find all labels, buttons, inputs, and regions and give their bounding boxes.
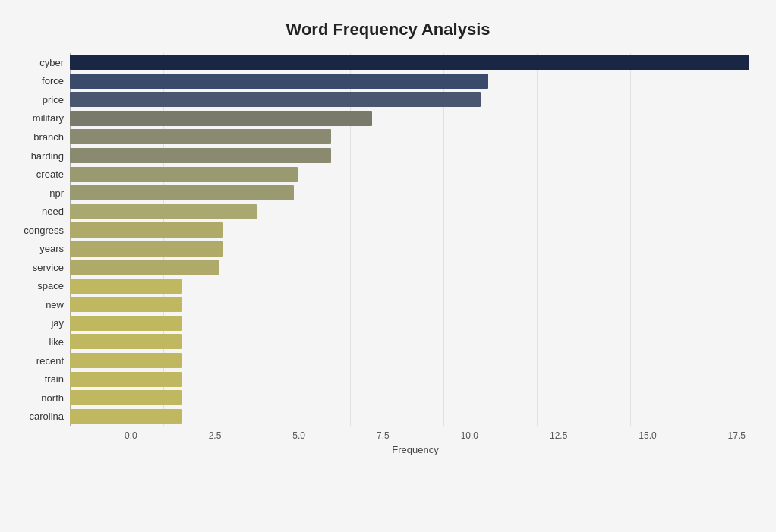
y-label: force — [42, 72, 64, 91]
bar — [70, 92, 481, 107]
bar — [70, 74, 488, 89]
bar-row — [70, 184, 761, 203]
bar-row — [70, 389, 761, 408]
bar — [70, 316, 182, 331]
chart-container: Word Frequency Analysis cyberforcepricem… — [0, 0, 776, 532]
y-label: jay — [51, 314, 64, 333]
x-tick: 17.5 — [728, 430, 746, 441]
bar — [70, 204, 257, 219]
y-label: north — [41, 389, 64, 408]
bar-row — [70, 295, 761, 314]
y-label: like — [49, 332, 64, 351]
bar-row — [70, 165, 761, 184]
y-label: price — [43, 90, 64, 109]
x-tick: 10.0 — [461, 430, 478, 441]
bar — [70, 55, 749, 70]
y-label: service — [33, 258, 64, 277]
y-axis-labels: cyberforcepricemilitarybranchhardingcrea… — [15, 53, 70, 426]
y-label: branch — [33, 127, 64, 146]
y-label: congress — [24, 221, 64, 240]
bar — [70, 372, 182, 387]
bar — [70, 185, 294, 200]
x-axis: 0.02.55.07.510.012.515.017.5 — [70, 430, 761, 441]
y-label: npr — [49, 184, 64, 203]
bar-row — [70, 72, 761, 91]
x-tick: 5.0 — [292, 430, 305, 441]
bar-row — [70, 146, 761, 165]
y-label: years — [39, 239, 64, 258]
bar — [70, 409, 182, 424]
bar-row — [70, 221, 761, 240]
bar — [70, 279, 182, 294]
bar-row — [70, 239, 761, 258]
bar — [70, 241, 223, 257]
y-label: space — [37, 277, 64, 296]
y-label: new — [46, 295, 64, 314]
bar — [70, 353, 182, 368]
bar-row — [70, 127, 761, 146]
bar — [70, 129, 331, 144]
y-label: recent — [36, 351, 64, 370]
bar — [70, 111, 372, 126]
bar — [70, 222, 223, 238]
y-label: need — [42, 202, 64, 221]
bar — [70, 297, 182, 312]
bar — [70, 334, 182, 349]
bar-row — [70, 351, 761, 370]
y-label: cyber — [39, 53, 64, 72]
chart-title: Word Frequency Analysis — [15, 15, 761, 39]
bars-grid — [70, 53, 761, 426]
x-tick: 15.0 — [639, 430, 656, 441]
x-tick: 0.0 — [125, 430, 137, 441]
y-label: military — [33, 109, 64, 128]
bar-row — [70, 407, 761, 426]
x-tick: 12.5 — [550, 430, 567, 441]
chart-area: cyberforcepricemilitarybranchhardingcrea… — [15, 53, 761, 426]
bar-row — [70, 332, 761, 351]
bar-row — [70, 53, 761, 72]
bar-row — [70, 90, 761, 109]
bar-row — [70, 277, 761, 296]
y-label: create — [36, 165, 64, 184]
bar-row — [70, 258, 761, 277]
y-label: harding — [31, 146, 64, 165]
y-label: carolina — [29, 407, 64, 426]
x-tick: 2.5 — [209, 430, 222, 441]
bar — [70, 260, 219, 275]
bar-row — [70, 202, 761, 221]
bar — [70, 167, 298, 182]
bar-row — [70, 109, 761, 128]
y-label: train — [45, 370, 64, 389]
x-tick: 7.5 — [377, 430, 390, 441]
bar-row — [70, 314, 761, 333]
x-axis-label: Frequency — [70, 444, 761, 455]
bar — [70, 148, 331, 163]
bar — [70, 390, 182, 405]
bar-row — [70, 370, 761, 389]
